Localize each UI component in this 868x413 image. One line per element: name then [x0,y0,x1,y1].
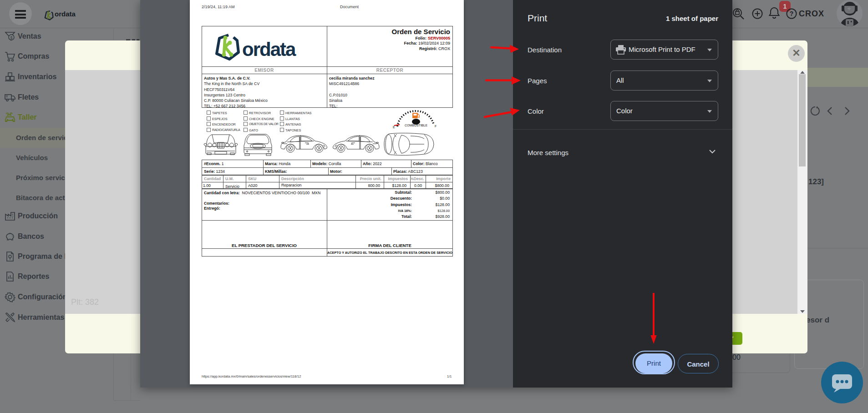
svg-text:E: E [393,126,395,129]
svg-text:F: F [435,125,437,128]
svg-text:?: ? [790,10,794,17]
svg-text:ordata: ordata [242,39,296,60]
svg-text:$: $ [10,35,12,40]
